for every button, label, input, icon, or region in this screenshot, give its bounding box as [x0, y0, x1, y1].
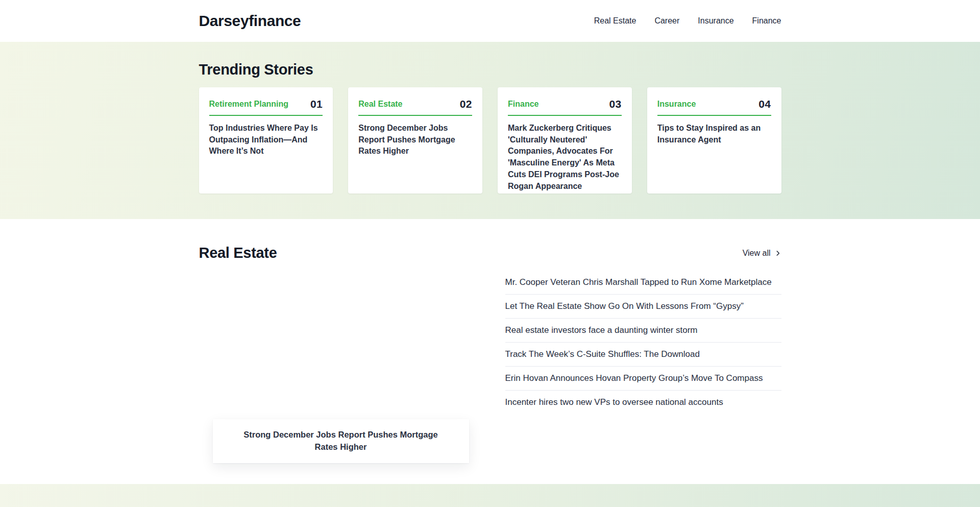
trending-card-2-title: Strong December Jobs Report Pushes Mortg… — [358, 123, 472, 157]
trending-card-3-number: 03 — [609, 98, 621, 110]
nav-item-insurance[interactable]: Insurance — [698, 16, 733, 26]
trending-card-2-category: Real Estate — [358, 100, 402, 109]
article-list-item-5[interactable]: Erin Hovan Announces Hovan Property Grou… — [505, 367, 781, 391]
nav-item-finance[interactable]: Finance — [752, 16, 781, 26]
featured-article-card[interactable]: Strong December Jobs Report Pushes Mortg… — [213, 419, 469, 463]
real-estate-content: Strong December Jobs Report Pushes Mortg… — [199, 273, 781, 463]
trending-card-4-number: 04 — [758, 98, 771, 110]
trending-card-2[interactable]: Real Estate 02 Strong December Jobs Repo… — [348, 87, 482, 194]
trending-card-4-title: Tips to Stay Inspired as an Insurance Ag… — [657, 123, 771, 146]
brand-logo[interactable]: Darseyfinance — [199, 12, 301, 30]
site-header: Darseyfinance Real Estate Career Insuran… — [0, 0, 980, 42]
view-all-link[interactable]: View all — [743, 249, 781, 258]
trending-title: Trending Stories — [199, 61, 781, 78]
trending-card-3[interactable]: Finance 03 Mark Zuckerberg Critiques 'Cu… — [498, 87, 632, 194]
trending-card-1-number: 01 — [310, 98, 323, 110]
featured-article: Strong December Jobs Report Pushes Mortg… — [199, 273, 483, 463]
main-nav: Real Estate Career Insurance Finance — [594, 16, 781, 26]
trending-card-4[interactable]: Insurance 04 Tips to Stay Inspired as an… — [647, 87, 781, 194]
trending-card-1-title: Top Industries Where Pay Is Outpacing In… — [209, 123, 323, 157]
trending-card-3-title: Mark Zuckerberg Critiques 'Culturally Ne… — [508, 123, 622, 192]
article-list-item-4[interactable]: Track The Week’s C-Suite Shuffles: The D… — [505, 343, 781, 367]
trending-card-4-head: Insurance 04 — [657, 98, 771, 116]
trending-section: Trending Stories Retirement Planning 01 … — [0, 42, 980, 219]
trending-card-3-head: Finance 03 — [508, 98, 622, 116]
article-list-item-3[interactable]: Real estate investors face a daunting wi… — [505, 319, 781, 343]
trending-card-1-head: Retirement Planning 01 — [209, 98, 323, 116]
article-list-item-6[interactable]: Incenter hires two new VPs to oversee na… — [505, 391, 781, 414]
article-list: Mr. Cooper Veteran Chris Marshall Tapped… — [505, 271, 781, 463]
real-estate-section-header: Real Estate View all — [199, 245, 781, 261]
trending-card-2-head: Real Estate 02 — [358, 98, 472, 116]
article-list-item-2[interactable]: Let The Real Estate Show Go On With Less… — [505, 295, 781, 319]
chevron-right-icon — [774, 250, 781, 257]
trending-cards: Retirement Planning 01 Top Industries Wh… — [199, 87, 781, 194]
article-list-item-1[interactable]: Mr. Cooper Veteran Chris Marshall Tapped… — [505, 271, 781, 295]
featured-article-title: Strong December Jobs Report Pushes Mortg… — [233, 429, 449, 453]
trending-card-1-category: Retirement Planning — [209, 100, 289, 109]
trending-card-2-number: 02 — [460, 98, 472, 110]
trending-card-3-category: Finance — [508, 100, 538, 109]
real-estate-title: Real Estate — [199, 245, 277, 261]
trending-card-4-category: Insurance — [657, 100, 696, 109]
nav-item-career[interactable]: Career — [654, 16, 679, 26]
trending-card-1[interactable]: Retirement Planning 01 Top Industries Wh… — [199, 87, 333, 194]
footer-band — [0, 484, 980, 507]
view-all-label: View all — [743, 249, 771, 258]
real-estate-section: Real Estate View all Strong December Job… — [0, 219, 980, 463]
nav-item-real-estate[interactable]: Real Estate — [594, 16, 636, 26]
